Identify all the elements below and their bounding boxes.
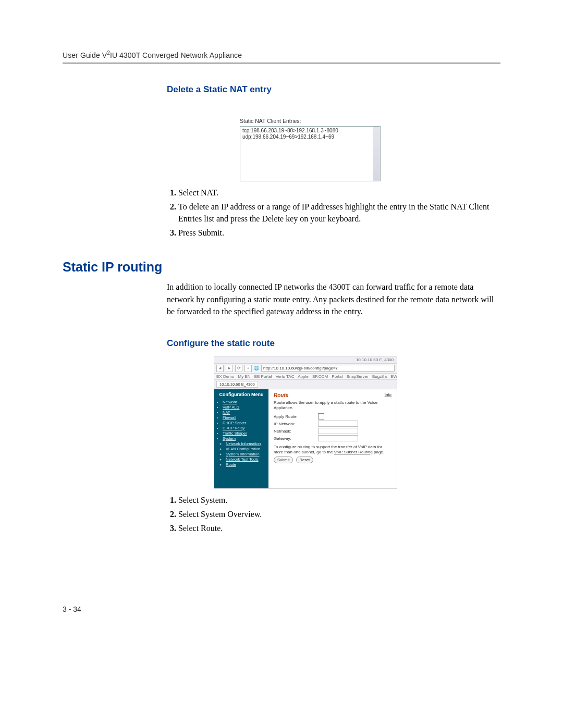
- bookmark[interactable]: Verio TAC: [276, 374, 295, 379]
- routing-hint: To configure routing to support the tran…: [274, 445, 391, 454]
- ip-network-label: IP Network:: [274, 422, 318, 426]
- config-main: Info Route Route allows the user to appl…: [268, 389, 397, 488]
- reset-button[interactable]: Reset: [296, 456, 314, 463]
- sidebar-item-firewall[interactable]: Firewall: [223, 415, 265, 420]
- submit-button[interactable]: Submit: [274, 456, 293, 463]
- nat-entry[interactable]: tcp;198.66.203.19~80>192.168.1.3~8080: [242, 128, 378, 134]
- intro-paragraph: In addition to locally connected IP netw…: [167, 281, 500, 317]
- bookmark[interactable]: EX Demo: [216, 374, 234, 379]
- heading-configure-static-route: Configure the static route: [167, 338, 500, 349]
- panel-description: Route allows the user to apply a static …: [274, 400, 391, 410]
- netmask-input[interactable]: [318, 428, 358, 434]
- apply-route-label: Apply Route:: [274, 414, 318, 419]
- tab-bar: 10.10.10.60 E_4300: [214, 380, 397, 389]
- address-bar[interactable]: http://10.10.10.60/cgi-bin/config?page=7: [261, 365, 395, 372]
- sidebar-item-voip-alg[interactable]: VoIP ALG: [223, 405, 265, 410]
- sidebar-item-dhcp-server[interactable]: DHCP Server: [223, 421, 265, 425]
- sidebar-subitem-system-info[interactable]: System Information: [226, 452, 265, 456]
- page-number: 3 - 34: [63, 605, 81, 613]
- heading-delete-static-nat: Delete a Static NAT entry: [167, 84, 500, 95]
- step: To delete an IP address or a range of IP…: [178, 201, 500, 225]
- nav-add-icon[interactable]: ＋: [244, 365, 252, 372]
- nat-list-label: Static NAT Client Entries:: [240, 118, 381, 124]
- bookmark[interactable]: Apple: [298, 374, 308, 379]
- screenshot-route-config: 10.10.10.60 E_4300 ◄ ► ⟳ ＋ 🌐 http://10.1…: [214, 356, 397, 489]
- sidebar-item-traffic-shaper[interactable]: Traffic Shaper: [223, 431, 265, 436]
- window-titlebar: 10.10.10.60 E_4300: [214, 356, 397, 363]
- sidebar-item-system[interactable]: System: [223, 436, 265, 441]
- gateway-label: Gateway:: [274, 436, 318, 441]
- sidebar-subitem-route[interactable]: Route: [226, 462, 265, 467]
- steps-configure-route: Select System. Select System Overview. S…: [167, 494, 500, 535]
- running-header: User Guide V2IU 4300T Converged Network …: [63, 50, 500, 59]
- step: Select Route.: [178, 522, 500, 534]
- step: Select System.: [178, 494, 500, 506]
- nat-entry[interactable]: udp;198.66.204.19~69>192.168.1.4~69: [242, 134, 378, 141]
- gateway-input[interactable]: [318, 435, 358, 441]
- bookmark[interactable]: EWN: [390, 374, 397, 379]
- sidebar-subitem-vlan-config[interactable]: VLAN Configuration: [226, 447, 265, 451]
- nav-forward-icon[interactable]: ►: [226, 365, 233, 372]
- step: Press Submit.: [178, 227, 500, 239]
- sidebar-item-nat[interactable]: NAT: [223, 410, 265, 415]
- voip-subnet-routing-link[interactable]: VoIP Subnet Routing: [334, 450, 373, 454]
- sidebar-title: Configuration Menu: [217, 392, 265, 398]
- browser-tab[interactable]: 10.10.10.60 E_4300: [216, 381, 258, 388]
- sidebar-item-network[interactable]: Network: [223, 400, 265, 404]
- heading-static-ip-routing: Static IP routing: [63, 260, 500, 275]
- bookmark[interactable]: Portal: [332, 374, 342, 379]
- bookmark[interactable]: SF.COM: [312, 374, 328, 379]
- step: Select NAT.: [178, 187, 500, 199]
- netmask-label: Netmask:: [274, 429, 318, 434]
- bookmark-bar: EX Demo My EN EE Portal Verio TAC Apple …: [214, 374, 397, 380]
- bookmark[interactable]: Bugzilla: [372, 374, 387, 379]
- sidebar-subitem-network-info[interactable]: Network Information: [226, 441, 265, 446]
- bookmark[interactable]: SnapServer: [347, 374, 369, 379]
- step: Select System Overview.: [178, 508, 500, 520]
- panel-title: Route: [274, 392, 391, 398]
- sidebar-subitem-network-test[interactable]: Network Test Tools: [226, 457, 265, 462]
- config-sidebar: Configuration Menu Network VoIP ALG NAT …: [214, 389, 268, 488]
- bookmark[interactable]: My EN: [238, 374, 250, 379]
- nav-back-icon[interactable]: ◄: [216, 365, 224, 372]
- sidebar-item-dhcp-relay[interactable]: DHCP Relay: [223, 426, 265, 430]
- browser-toolbar: ◄ ► ⟳ ＋ 🌐 http://10.10.10.60/cgi-bin/con…: [214, 363, 397, 374]
- steps-delete-nat: Select NAT. To delete an IP address or a…: [167, 187, 500, 239]
- ip-network-input[interactable]: [318, 421, 358, 427]
- info-link[interactable]: Info: [385, 392, 391, 397]
- screenshot-nat-entries: Static NAT Client Entries: tcp;198.66.20…: [240, 118, 381, 181]
- header-rule: [63, 63, 500, 64]
- bookmark[interactable]: EE Portal: [254, 374, 272, 379]
- nat-listbox[interactable]: tcp;198.66.203.19~80>192.168.1.3~8080 ud…: [240, 126, 381, 181]
- nav-reload-icon[interactable]: ⟳: [235, 365, 242, 372]
- apply-route-checkbox[interactable]: [318, 413, 324, 419]
